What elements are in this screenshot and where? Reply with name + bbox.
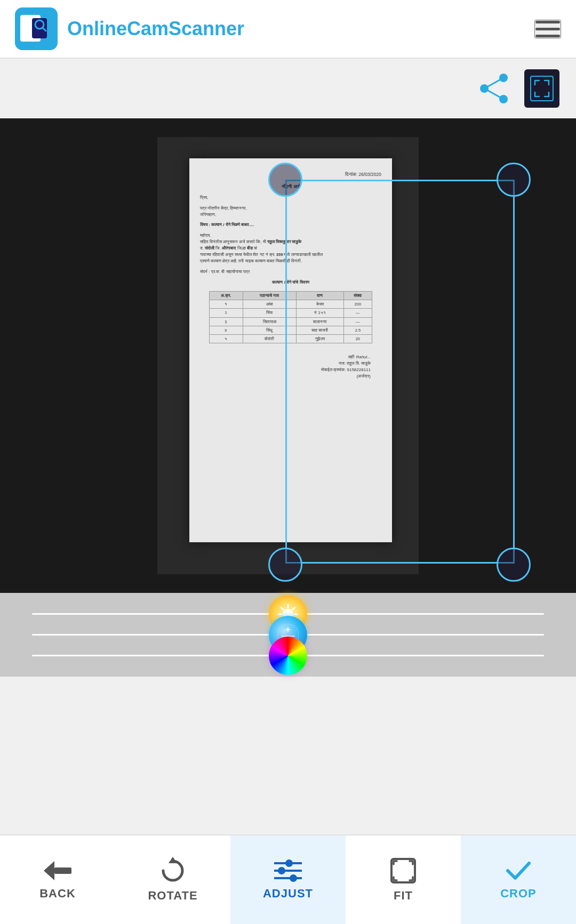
logo-area: OnlineCamScanner bbox=[15, 7, 244, 50]
document-paper: दिनांक: 26/03/2020 नोंदणी अर्ज प्रिय, पत… bbox=[189, 158, 392, 542]
fullscreen-icon bbox=[524, 69, 559, 108]
crop-checkmark-icon bbox=[505, 859, 532, 882]
table-header-num: अ.क्र. bbox=[210, 291, 243, 300]
fit-nav-label: FIT bbox=[394, 889, 413, 903]
doc-signature: सही: Rahul... नाव: राहुल वि. साडुके मोबा… bbox=[200, 354, 381, 380]
share-icon bbox=[478, 73, 510, 105]
doc-addressee: पत्र नोंदणीन केंद्र, हिम्मतनगर,जोरेगव्हा… bbox=[200, 205, 381, 218]
crop-nav-label: CROP bbox=[500, 887, 537, 901]
color-slider-thumb[interactable] bbox=[269, 637, 307, 675]
table-header-variety: वाण bbox=[296, 291, 343, 300]
fit-nav-item[interactable]: FIT bbox=[346, 835, 461, 924]
sliders-area: + − bbox=[0, 593, 576, 677]
svg-line-18 bbox=[293, 607, 295, 610]
table-row: ३सिताफळबालानगर— bbox=[210, 317, 372, 326]
crop-handle-bottom-right[interactable] bbox=[497, 548, 531, 582]
toolbar-row bbox=[0, 59, 576, 118]
doc-table-title: कल्याण / रोगे यांचे विवरण bbox=[200, 279, 381, 286]
rotate-icon bbox=[159, 857, 187, 885]
app-name: OnlineCamScanner bbox=[67, 18, 244, 40]
share-button[interactable] bbox=[475, 69, 513, 108]
document-content: दिनांक: 26/03/2020 नोंदणी अर्ज प्रिय, पत… bbox=[189, 158, 392, 392]
doc-body-text: महोदय, सहित विनंतीस आनुसरून अर्ज करतो कि… bbox=[200, 232, 381, 264]
svg-marker-26 bbox=[169, 857, 177, 863]
rotate-nav-item[interactable]: ROTATE bbox=[115, 835, 230, 924]
canvas-area: दिनांक: 26/03/2020 नोंदणी अर्ज प्रिय, पत… bbox=[0, 118, 576, 593]
doc-date: दिनांक: 26/03/2020 bbox=[200, 171, 381, 178]
doc-greeting: प्रिय, bbox=[200, 195, 381, 201]
bottom-nav: BACK ROTATE ADJUST FIT bbox=[0, 834, 576, 924]
color-slider-track[interactable] bbox=[32, 655, 544, 656]
svg-point-28 bbox=[285, 859, 293, 867]
fullscreen-button[interactable] bbox=[523, 69, 561, 108]
svg-rect-10 bbox=[531, 76, 553, 101]
hamburger-menu-button[interactable] bbox=[534, 20, 561, 38]
table-row: २चिंचनं २५१— bbox=[210, 309, 372, 317]
color-slider-row bbox=[0, 645, 576, 666]
document-table: अ.क्र. पठाऱ्याचे नाव वाण संख्या १आंबाकेस… bbox=[209, 291, 372, 344]
header: OnlineCamScanner bbox=[0, 0, 576, 59]
svg-text:+: + bbox=[285, 625, 290, 634]
svg-line-16 bbox=[281, 607, 284, 610]
doc-subject: विषय : कल्याण / रोगे मिळणे बाबत.... bbox=[200, 222, 381, 228]
adjust-nav-label: ADJUST bbox=[263, 887, 313, 901]
brightness-slider-track[interactable] bbox=[32, 613, 544, 615]
svg-point-32 bbox=[290, 874, 297, 882]
sig-footer: (अर्जदार) bbox=[200, 373, 371, 380]
crop-handle-top-right[interactable] bbox=[497, 163, 531, 197]
hamburger-line-3 bbox=[535, 35, 560, 37]
adjust-nav-item[interactable]: ADJUST bbox=[230, 835, 346, 924]
sig-name: नाव: राहुल वि. साडुके bbox=[200, 360, 371, 367]
sig-line: सही: Rahul... bbox=[200, 354, 371, 360]
crop-nav-item[interactable]: CROP bbox=[461, 835, 576, 924]
fit-icon bbox=[389, 857, 417, 885]
table-header-count: संख्या bbox=[343, 291, 372, 300]
rotate-nav-label: ROTATE bbox=[148, 889, 197, 903]
doc-reference: संदर्भ : प्र.क. बी सहायोगाचा पत्र bbox=[200, 269, 381, 275]
document-container: दिनांक: 26/03/2020 नोंदणी अर्ज प्रिय, पत… bbox=[157, 137, 419, 574]
svg-rect-33 bbox=[391, 859, 415, 882]
hamburger-line-2 bbox=[535, 28, 560, 30]
back-nav-item[interactable]: BACK bbox=[0, 835, 115, 924]
doc-title: नोंदणी अर्ज bbox=[200, 183, 381, 191]
back-nav-label: BACK bbox=[39, 887, 76, 901]
exposure-slider-track[interactable]: + − bbox=[32, 634, 544, 636]
table-row: ५बोरांतीगुझेलर20 bbox=[210, 335, 372, 343]
table-row: १आंबाकेसर200 bbox=[210, 300, 372, 309]
app-logo-icon bbox=[15, 7, 58, 50]
svg-line-9 bbox=[484, 89, 503, 99]
hamburger-line-1 bbox=[535, 21, 560, 23]
table-row: ४सिंधूसाह साजरी2.5 bbox=[210, 326, 372, 334]
svg-marker-24 bbox=[44, 861, 54, 880]
sig-mobile: मोबाईल क्रमांक: 9158228111 bbox=[200, 367, 371, 373]
svg-point-30 bbox=[278, 867, 285, 874]
back-arrow-icon bbox=[44, 859, 71, 882]
table-header-name: पठाऱ्याचे नाव bbox=[243, 291, 296, 300]
svg-line-8 bbox=[484, 78, 503, 89]
adjust-icon bbox=[274, 859, 302, 882]
svg-rect-25 bbox=[54, 867, 71, 874]
